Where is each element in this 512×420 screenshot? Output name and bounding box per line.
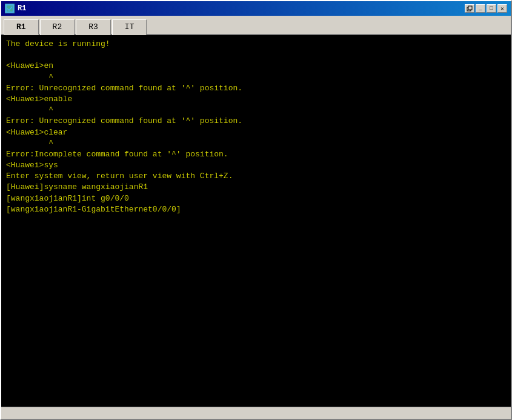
title-bar-controls: _ □ ✕ [465,4,507,13]
title-bar: R1 _ □ ✕ [1,1,511,16]
window-title: R1 [18,4,26,13]
bottom-status-bar [1,407,511,419]
svg-rect-2 [468,6,472,10]
tab-r3[interactable]: R3 [76,19,111,35]
minimize-button[interactable]: _ [476,4,485,13]
tab-it[interactable]: IT [112,19,147,35]
svg-rect-0 [6,5,13,12]
tab-r2[interactable]: R2 [40,19,75,35]
close-button[interactable]: ✕ [497,4,507,13]
window-icon [5,4,15,13]
terminal-output: The device is running! <Huawei>en ^ Erro… [6,39,506,215]
tabs-bar: R1 R2 R3 IT [1,16,511,35]
maximize-button[interactable]: □ [487,4,496,13]
title-bar-left: R1 [5,4,26,13]
tab-r1[interactable]: R1 [4,19,39,35]
restore-button[interactable] [465,4,474,13]
main-window: R1 _ □ ✕ R1 R2 R3 IT The device is runni… [0,0,512,420]
terminal-area[interactable]: The device is running! <Huawei>en ^ Erro… [1,35,511,407]
